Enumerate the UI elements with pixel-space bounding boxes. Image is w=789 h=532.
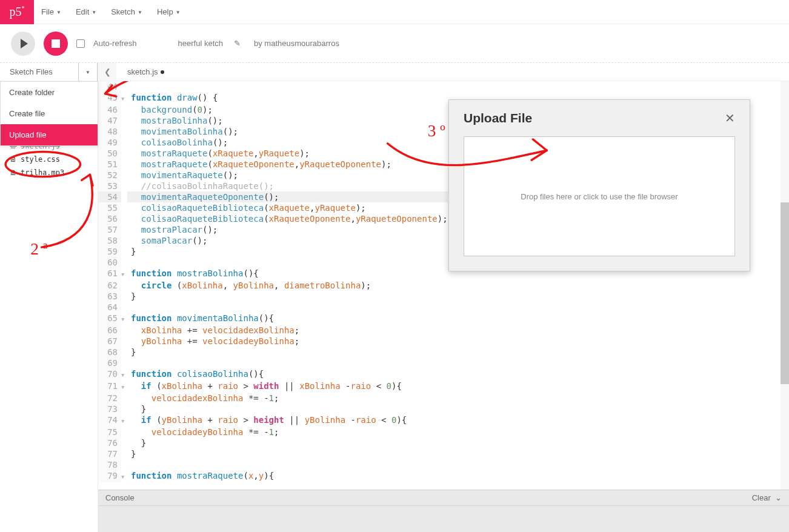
sidebar: Create folder Create file Upload file 🗎s… — [0, 81, 98, 532]
pencil-icon[interactable]: ✎ — [234, 39, 241, 48]
editor-line[interactable]: 74▼ if (yBolinha + raio > height || yBol… — [98, 414, 448, 427]
editor-line[interactable]: 55 colisaoRaqueteBiblioteca(xRaquete,yRa… — [98, 202, 448, 213]
stop-icon — [52, 39, 60, 48]
editor-line[interactable]: 54 movimentaRaqueteOponente(); — [98, 191, 448, 202]
editor-line[interactable]: 75 velocidadeyBolinha *= -1; — [98, 427, 448, 437]
editor-line[interactable]: 69 — [98, 357, 448, 368]
author-link[interactable]: matheusmourabarros — [264, 39, 339, 48]
editor-line[interactable]: 63} — [98, 291, 448, 302]
editor-line[interactable]: 53 //colisaoBolinhaRaquete(); — [98, 181, 448, 191]
modal-title: Upload File — [464, 111, 532, 125]
editor-header-row: Sketch Files ▼ ❮ sketch.js — [0, 63, 789, 81]
editor-line[interactable]: 77} — [98, 448, 448, 459]
editor-tab[interactable]: sketch.js — [116, 63, 789, 81]
editor-line[interactable]: 44 — [98, 81, 448, 92]
menu-help[interactable]: Help▼ — [150, 0, 188, 24]
file-icon: 🗎 — [10, 168, 17, 177]
unsaved-indicator-icon — [161, 70, 164, 74]
editor-line[interactable]: 51 mostraRaquete(xRaqueteOponente,yRaque… — [98, 159, 448, 170]
editor-line[interactable]: 65▼function movimentaBolinha(){ — [98, 313, 448, 325]
editor-line[interactable]: 52 movimentaRaquete(); — [98, 170, 448, 181]
file-row-trilha-mp3[interactable]: 🗎trilha.mp3 — [0, 166, 98, 179]
chevron-down-icon: ▼ — [138, 10, 142, 15]
sketch-name-label[interactable]: heerful ketch — [178, 39, 223, 48]
create-file-item[interactable]: Create file — [1, 103, 98, 124]
editor-line[interactable]: 59} — [98, 246, 448, 257]
file-dropzone[interactable]: Drop files here or click to use the file… — [464, 136, 735, 256]
play-button[interactable] — [11, 32, 35, 56]
editor-line[interactable]: 68} — [98, 347, 448, 357]
menu-edit[interactable]: Edit▼ — [68, 0, 104, 24]
editor-line[interactable]: 64 — [98, 302, 448, 313]
editor-line[interactable]: 79▼function mostraRaquete(x,y){ — [98, 470, 448, 482]
editor-line[interactable]: 70▼function colisaoBolinha(){ — [98, 368, 448, 381]
editor-tab-filename: sketch.js — [127, 67, 158, 76]
editor-line[interactable]: 48 movimentaBolinha(); — [98, 126, 448, 137]
editor-line[interactable]: 47 mostraBolinha(); — [98, 115, 448, 126]
upload-file-modal: Upload File ✕ Drop files here or click t… — [448, 99, 750, 271]
sketch-files-header: Sketch Files ▼ — [0, 63, 98, 81]
sketch-files-title: Sketch Files — [10, 67, 53, 76]
editor-line[interactable]: 58 somaPlacar(); — [98, 235, 448, 246]
p5-logo[interactable]: p5* — [0, 0, 34, 24]
auto-refresh-label: Auto-refresh — [93, 39, 137, 48]
toolbar: Auto-refresh heerful ketch ✎ by matheusm… — [0, 24, 789, 63]
file-context-menu: Create folder Create file Upload file — [0, 81, 98, 146]
author-by-label: by matheusmourabarros — [254, 39, 339, 48]
editor-line[interactable]: 56 colisaoRaqueteBiblioteca(xRaqueteOpon… — [98, 213, 448, 224]
menu-sketch[interactable]: Sketch▼ — [104, 0, 150, 24]
chevron-down-icon: ▼ — [56, 10, 61, 15]
editor-line[interactable]: 78 — [98, 459, 448, 470]
editor-scrollbar[interactable] — [781, 81, 789, 490]
editor-line[interactable]: 61▼function mostraBolinha(){ — [98, 268, 448, 280]
menu-bar: p5* File▼ Edit▼ Sketch▼ Help▼ — [0, 0, 789, 24]
chevron-down-icon: ▼ — [92, 10, 96, 15]
auto-refresh-checkbox[interactable] — [76, 39, 85, 48]
main-area: Create folder Create file Upload file 🗎s… — [0, 81, 789, 532]
sketch-files-dropdown-button[interactable]: ▼ — [78, 63, 98, 81]
editor-line[interactable]: 62 circle (xBolinha, yBolinha, diametroB… — [98, 280, 448, 291]
menu-file[interactable]: File▼ — [34, 0, 68, 24]
editor-line[interactable]: 60 — [98, 257, 448, 268]
editor-line[interactable]: 45▼function draw() { — [98, 92, 448, 104]
editor-line[interactable]: 66 xBolinha += velocidadexBolinha; — [98, 325, 448, 336]
editor-line[interactable]: 71▼ if (xBolinha + raio > width || xBoli… — [98, 381, 448, 393]
chevron-down-icon: ▼ — [85, 70, 90, 75]
editor-line[interactable]: 50 mostraRaquete(xRaquete,yRaquete); — [98, 148, 448, 159]
file-icon: 🗎 — [10, 155, 17, 164]
console-clear-button[interactable]: Clear ⌄ — [752, 493, 782, 502]
editor-line[interactable]: 73 } — [98, 404, 448, 414]
console-panel: Console Clear ⌄ — [98, 490, 789, 532]
editor-line[interactable]: 46 background(0); — [98, 104, 448, 115]
editor-line[interactable]: 49 colisaoBolinha(); — [98, 137, 448, 148]
upload-file-item[interactable]: Upload file — [1, 124, 98, 145]
play-icon — [21, 39, 28, 48]
close-icon[interactable]: ✕ — [725, 111, 735, 125]
editor-line[interactable]: 76 } — [98, 437, 448, 448]
editor-line[interactable]: 57 mostraPlacar(); — [98, 224, 448, 235]
scroll-thumb[interactable] — [781, 202, 789, 384]
console-label: Console — [105, 493, 135, 502]
sidebar-collapse-button[interactable]: ❮ — [98, 63, 116, 81]
editor-line[interactable]: 67 yBolinha += velocidadeyBolinha; — [98, 336, 448, 347]
editor-line[interactable]: 72 velocidadexBolinha *= -1; — [98, 393, 448, 404]
file-row-style-css[interactable]: 🗎style.css — [0, 153, 98, 166]
stop-button[interactable] — [44, 32, 68, 56]
chevron-down-icon: ▼ — [176, 10, 181, 15]
create-folder-item[interactable]: Create folder — [1, 82, 98, 103]
